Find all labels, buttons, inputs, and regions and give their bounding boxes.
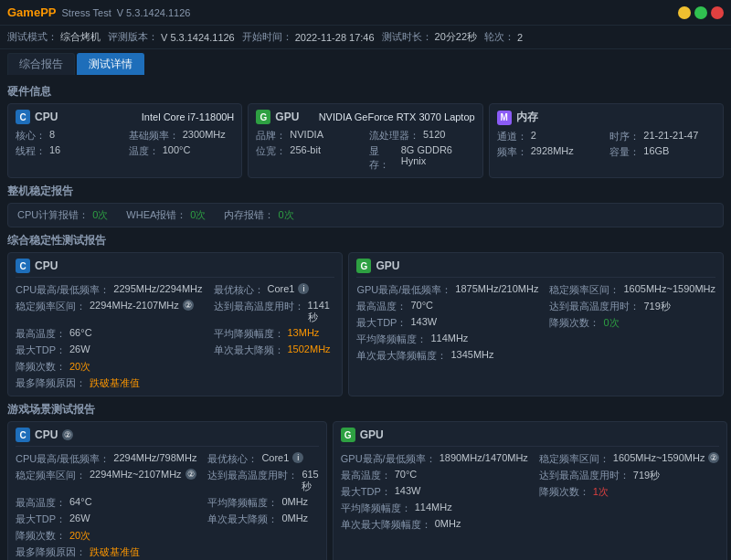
game-gpu-drop-count-value: 1次: [593, 485, 609, 499]
game-best-core-info-icon[interactable]: i: [292, 452, 303, 463]
toolbar-eval: 评测版本： V 5.3.1424.1126: [108, 30, 235, 44]
cpu-base-freq: 基础频率： 2300MHz: [129, 129, 235, 143]
toolbar-rounds: 轮次： 2: [484, 30, 523, 44]
game-gpu-avg-perf-label: 平均降频幅度：: [341, 502, 411, 515]
mem-errors-value: 0次: [278, 208, 293, 222]
comp-gpu-panel: G GPU GPU最高/最低频率： 1875MHz/210MHz 稳定频率区间：…: [348, 252, 724, 396]
comp-gpu-drop-count: 降频次数： 0次: [549, 316, 715, 330]
stable-range-info-icon[interactable]: ②: [183, 300, 194, 311]
comp-cpu-data: CPU最高/最低频率： 2295MHz/2294MHz 最优核心： Core1 …: [16, 283, 334, 390]
comp-cpu-freq-range-value: 2295MHz/2294MHz: [113, 283, 202, 294]
comp-cpu-drop-count: 降频次数： 20次: [16, 360, 203, 374]
window-controls: [678, 6, 724, 19]
mode-label: 测试模式：: [7, 30, 58, 44]
game-cpu-freq-range-label: CPU最高/最低频率：: [16, 452, 110, 466]
comp-cpu-avg-drop: 平均降频幅度： 13MHz: [214, 327, 335, 341]
game-cpu-title: CPU: [35, 428, 58, 441]
comp-cpu-title: CPU: [35, 259, 58, 272]
game-cpu-drop-count-value: 20次: [69, 529, 90, 543]
comp-cpu-freq-range-label: CPU最高/最低频率：: [16, 283, 110, 297]
comp-cpu-worst-drop: 最多降频原因： 跌破基准值: [16, 376, 334, 390]
mem-capacity: 容量： 16GB: [609, 145, 715, 159]
game-gpu-max-temp-label: 最高温度：: [341, 469, 391, 482]
comp-cpu-panel: C CPU CPU最高/最低频率： 2295MHz/2294MHz 最优核心： …: [7, 252, 343, 396]
comp-gpu-freq-range-value: 1875MHz/210MHz: [455, 283, 538, 294]
comprehensive-report-title: 综合稳定性测试报告: [7, 233, 724, 248]
game-cpu-reach-time-label: 达到最高温度用时：: [207, 469, 298, 482]
comp-cpu-max-drop: 单次最大降频： 1502MHz: [214, 343, 335, 357]
comp-cpu-max-tdp-value: 26W: [69, 343, 90, 354]
mem-title: 内存: [516, 110, 538, 125]
mem-timing-label: 时序：: [609, 130, 640, 143]
game-gpu-title: GPU: [360, 428, 384, 441]
game-gpu-reach-time-label: 达到最高温度用时：: [539, 469, 630, 482]
comp-gpu-freq-range: GPU最高/最低频率： 1875MHz/210MHz: [356, 283, 538, 297]
game-cpu-avg-drop-value: 0MHz: [281, 496, 308, 507]
stability-bar: CPU计算报错： 0次 WHEA报错： 0次 内存报错： 0次: [7, 203, 724, 227]
comp-cpu-best-core-label: 最优核心：: [214, 283, 264, 297]
gpu-header: G GPU NVIDIA GeForce RTX 3070 Laptop: [256, 110, 474, 124]
game-cpu-panel: C CPU ② CPU最高/最低频率： 2294MHz/798MHz 最优核心：…: [7, 421, 327, 560]
game-gpu-reach-time: 达到最高温度用时： 719秒: [539, 469, 720, 482]
mem-icon: M: [497, 111, 512, 125]
duration-value: 20分22秒: [435, 30, 477, 44]
game-stable-range-info-icon[interactable]: ②: [185, 469, 196, 480]
mem-errors-label: 内存报错：: [224, 208, 274, 222]
minimize-button[interactable]: [678, 6, 691, 19]
comp-gpu-placeholder: [549, 333, 715, 346]
eval-label: 评测版本：: [108, 30, 158, 44]
tab-bar: 综合报告 测试详情: [0, 49, 731, 75]
game-gpu-stable-info-icon[interactable]: ②: [708, 452, 719, 463]
duration-label: 测试时长：: [382, 30, 432, 44]
cpu-temp-label: 温度：: [129, 144, 159, 158]
gpu-icon: G: [256, 110, 270, 124]
gpu-vram-value: 8G GDDR6 Hynix: [401, 144, 475, 172]
game-cpu-worst-drop: 最多降频原因： 跌破基准值: [16, 545, 319, 559]
mem-channels-value: 2: [531, 130, 536, 143]
app-version: V 5.3.1424.1126: [117, 7, 191, 18]
game-gpu-data: GPU最高/最低频率： 1890MHz/1470MHz 稳定频率区间： 1605…: [341, 452, 720, 532]
game-cpu-reach-time-value: 615秒: [302, 469, 318, 493]
comp-cpu-worst-drop-label: 最多降频原因：: [16, 376, 86, 390]
comp-gpu-avg-perf-label: 平均降频幅度：: [356, 333, 427, 346]
comp-gpu-max-temp: 最高温度： 70°C: [356, 300, 538, 313]
rounds-label: 轮次：: [484, 30, 514, 44]
best-core-info-icon[interactable]: i: [298, 283, 309, 294]
toolbar: 测试模式： 综合烤机 评测版本： V 5.3.1424.1126 开始时间： 2…: [0, 26, 731, 49]
comp-cpu-reach-time-label: 达到最高温度用时：: [214, 300, 304, 313]
game-gpu-header: G GPU: [341, 428, 720, 447]
tab-detail[interactable]: 测试详情: [77, 53, 144, 75]
comp-gpu-max-temp-value: 70°C: [410, 300, 433, 311]
game-gpu-max-single: 单次最大降频幅度： 0MHz: [341, 518, 720, 532]
gpu-brand-value: NVIDIA: [290, 129, 323, 143]
comp-cpu-max-tdp: 最大TDP： 26W: [16, 343, 203, 357]
logo-pp: PP: [40, 5, 56, 19]
tab-summary[interactable]: 综合报告: [7, 53, 75, 75]
gpu-bits: 位宽： 256-bit: [256, 144, 362, 172]
maximize-button[interactable]: [694, 6, 707, 19]
comp-gpu-reach-time: 达到最高温度用时： 719秒: [549, 300, 715, 313]
close-button[interactable]: [711, 6, 724, 19]
cpu-header: C CPU Intel Core i7-11800H: [16, 110, 234, 124]
game-cpu-max-drop-label: 单次最大降频：: [207, 512, 278, 526]
rounds-value: 2: [517, 32, 523, 43]
logo-game: Game: [7, 5, 40, 19]
app-name: Stress Test: [61, 7, 111, 18]
comp-gpu-reach-time-value: 719秒: [643, 300, 670, 313]
eval-value: V 5.3.1424.1126: [161, 32, 235, 43]
comp-gpu-max-single-value: 1345MHz: [450, 349, 493, 360]
cpu-base-freq-value: 2300MHz: [183, 129, 226, 143]
comp-cpu-drop-count-value: 20次: [69, 360, 90, 374]
game-dual-panel: C CPU ② CPU最高/最低频率： 2294MHz/798MHz 最优核心：…: [7, 421, 724, 560]
comp-cpu-best-core-value: Core1: [268, 283, 295, 294]
game-cpu-max-drop: 单次最大降频： 0MHz: [207, 512, 318, 526]
game-gpu-avg-perf-value: 114MHz: [415, 502, 452, 512]
game-gpu-drop-count: 降频次数： 1次: [539, 485, 720, 499]
game-cpu-best-core: 最优核心： Core1 i: [207, 452, 318, 466]
cpu-temp-value: 100°C: [163, 144, 191, 158]
game-gpu-avg-perf: 平均降频幅度： 114MHz: [341, 502, 528, 515]
comp-cpu-freq-range: CPU最高/最低频率： 2295MHz/2294MHz: [16, 283, 203, 297]
cpu-cores-value: 8: [49, 129, 55, 143]
comp-cpu-max-drop-label: 单次最大降频：: [214, 343, 284, 357]
game-cpu-info-icon[interactable]: ②: [62, 429, 73, 440]
